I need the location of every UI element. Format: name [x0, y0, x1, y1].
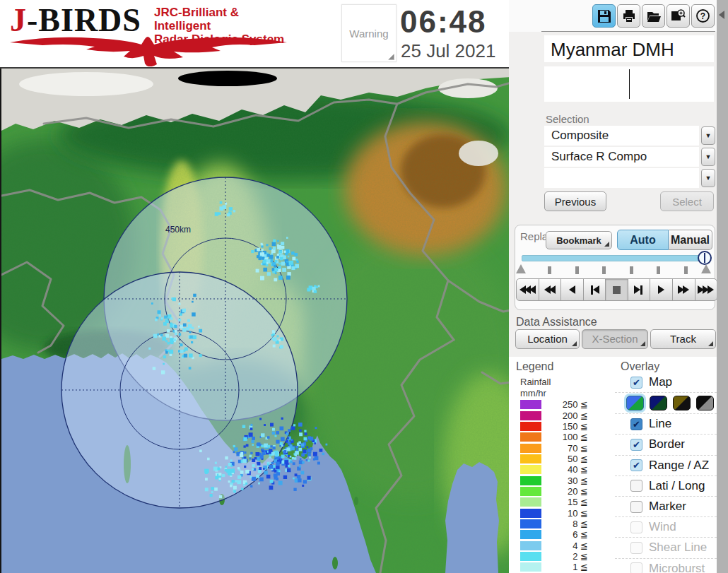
- overlay-item-label: Marker: [649, 500, 686, 514]
- dropdown-row-1: Composite ▼: [544, 126, 714, 146]
- play-reverse-button[interactable]: [560, 278, 584, 301]
- overlay-item-label: Range / AZ: [649, 459, 709, 473]
- legend-row: 30 ≦: [520, 475, 598, 485]
- replay-timeline-track[interactable]: [522, 255, 707, 261]
- legend-color-swatch: [520, 454, 541, 463]
- warning-panel[interactable]: Warning: [341, 4, 397, 62]
- timeline-end-marker[interactable]: [701, 264, 711, 273]
- manual-mode-button[interactable]: Manual: [669, 230, 712, 250]
- warning-label: Warning: [342, 28, 396, 40]
- x-section-button[interactable]: X-Section: [582, 329, 648, 349]
- overlay-item-label: Border: [649, 437, 685, 451]
- map-style-swatch[interactable]: [673, 396, 691, 410]
- snapshot-icon: [671, 8, 686, 23]
- legend-value: 70 ≦: [541, 443, 588, 454]
- overlay-item-label: Wind: [649, 520, 676, 534]
- legend-color-swatch: [520, 444, 541, 453]
- product-dropdown[interactable]: Surface R Compo: [544, 147, 699, 167]
- warning-resize-grip[interactable]: [388, 54, 394, 60]
- text-entry-box[interactable]: [544, 66, 714, 102]
- map-style-swatch[interactable]: [696, 396, 714, 410]
- collapse-panel-icon[interactable]: [719, 11, 724, 19]
- radar-map-view[interactable]: 450km: [0, 69, 511, 573]
- replay-timeline-handle[interactable]: [698, 251, 712, 265]
- empty-dropdown[interactable]: [544, 168, 699, 188]
- eagle-icon: [8, 33, 288, 66]
- checkbox-wind: [630, 521, 642, 533]
- step-back-button[interactable]: [583, 278, 606, 301]
- overlay-options: ✔Map✔Line✔Border✔Range / AZLati / LongMa…: [615, 372, 717, 573]
- station-name: Myanmar DMH: [551, 39, 674, 61]
- timeline-tick: [684, 266, 688, 274]
- step-forward-icon: [634, 285, 640, 294]
- bookmark-button[interactable]: Bookmark: [546, 231, 612, 249]
- forward-button[interactable]: [672, 278, 695, 301]
- checkbox-border[interactable]: ✔: [630, 439, 642, 451]
- step-forward-icon: [640, 285, 642, 295]
- step-forward-button[interactable]: [628, 278, 651, 301]
- previous-button[interactable]: Previous: [544, 191, 606, 211]
- checkbox-lati-long[interactable]: [630, 480, 642, 492]
- legend-color-swatch: [520, 487, 541, 496]
- print-button[interactable]: [617, 4, 640, 28]
- overlay-item-label: Lati / Long: [649, 479, 705, 493]
- dropdown-row-3: ▼: [544, 168, 714, 188]
- snapshot-button[interactable]: [667, 4, 690, 28]
- legend-row: 6 ≦: [520, 529, 598, 540]
- map-style-swatch[interactable]: [650, 396, 667, 410]
- toolbar-divider: [541, 31, 715, 32]
- forward-fast-button[interactable]: [695, 278, 718, 301]
- legend-row: 10 ≦: [520, 507, 598, 518]
- panel-edge-strip: [717, 0, 728, 573]
- playback-controls: [516, 278, 717, 301]
- legend-row: 2 ≦: [520, 551, 598, 562]
- legend-row: 20 ≦: [520, 486, 598, 497]
- overlay-label: Overlay: [621, 360, 659, 373]
- data-assistance-label: Data Assistance: [516, 316, 597, 329]
- help-button[interactable]: ?: [691, 4, 715, 28]
- checkbox-microburst: [630, 562, 642, 573]
- legend-value: 1 ≦: [541, 562, 588, 572]
- location-button[interactable]: Location: [515, 329, 580, 349]
- chevron-down-icon[interactable]: ▼: [701, 126, 715, 145]
- timeline-start-marker[interactable]: [516, 264, 526, 273]
- forward-icon: [683, 285, 689, 294]
- rewind-button[interactable]: [539, 278, 562, 301]
- legend-row: 250 ≦: [520, 399, 598, 410]
- rewind-fast-button[interactable]: [516, 278, 539, 301]
- help-icon: ?: [695, 8, 710, 23]
- legend-color-swatch: [520, 400, 541, 409]
- legend-color-swatch: [520, 509, 541, 518]
- text-cursor: [629, 69, 630, 99]
- auto-mode-button[interactable]: Auto: [617, 230, 669, 250]
- overlay-row-line: ✔Line: [615, 414, 717, 435]
- legend-color-swatch: [520, 519, 541, 528]
- legend-color-swatch: [520, 562, 541, 572]
- checkbox-range-az[interactable]: ✔: [630, 459, 642, 471]
- legend-color-swatch: [520, 541, 541, 550]
- legend-row: 15 ≦: [520, 497, 598, 507]
- legend-value: 30 ≦: [541, 475, 588, 486]
- stop-button[interactable]: [605, 278, 628, 301]
- legend-color-swatch: [520, 422, 541, 431]
- track-button[interactable]: Track: [650, 329, 716, 349]
- map-style-swatch[interactable]: [626, 396, 644, 410]
- save-button[interactable]: [592, 4, 616, 28]
- radar-map-svg[interactable]: 450km: [1, 69, 511, 573]
- map-style-selector: [615, 393, 717, 414]
- step-back-icon: [593, 285, 599, 294]
- checkbox-line[interactable]: ✔: [630, 418, 642, 430]
- legend-value: 250 ≦: [541, 399, 588, 410]
- legend-color-swatch: [520, 497, 541, 507]
- overlay-row-microburst: Microburst: [615, 559, 717, 573]
- legend-value: 50 ≦: [541, 454, 588, 464]
- select-button[interactable]: Select: [660, 191, 714, 211]
- checkbox-map[interactable]: ✔: [630, 377, 642, 389]
- legend-row: 8 ≦: [520, 519, 598, 529]
- play-button[interactable]: [650, 278, 673, 301]
- chevron-down-icon[interactable]: ▼: [701, 169, 715, 187]
- checkbox-marker[interactable]: [630, 501, 642, 513]
- chevron-down-icon[interactable]: ▼: [701, 148, 715, 166]
- composite-dropdown[interactable]: Composite: [544, 126, 699, 146]
- open-button[interactable]: [642, 4, 665, 28]
